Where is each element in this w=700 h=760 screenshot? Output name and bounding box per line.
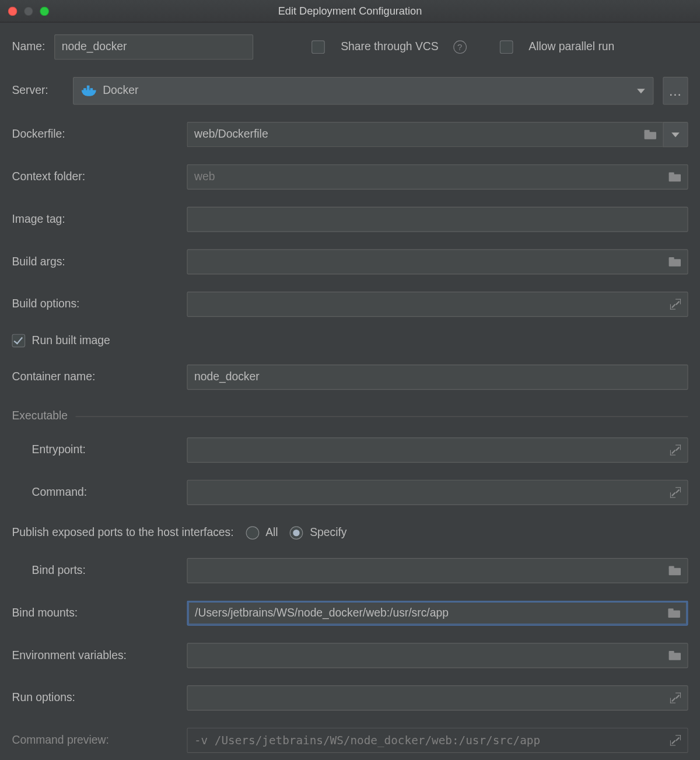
allow-parallel-checkbox[interactable] bbox=[499, 40, 513, 54]
name-input[interactable] bbox=[62, 40, 246, 54]
container-name-input[interactable] bbox=[194, 370, 681, 384]
section-divider bbox=[76, 416, 688, 416]
image-tag-field[interactable] bbox=[187, 207, 688, 232]
build-args-input[interactable] bbox=[194, 255, 681, 269]
bind-mounts-value: /Users/jetbrains/WS/node_docker/web:/usr… bbox=[195, 607, 449, 620]
dockerfile-value: web/Dockerfile bbox=[194, 128, 268, 141]
window-close-button[interactable] bbox=[8, 6, 18, 16]
env-vars-input[interactable] bbox=[194, 649, 681, 663]
folder-icon[interactable] bbox=[669, 257, 681, 267]
dockerfile-field[interactable]: web/Dockerfile bbox=[187, 122, 663, 147]
run-options-field[interactable] bbox=[187, 685, 688, 710]
build-args-label: Build args: bbox=[12, 255, 187, 269]
publish-all-label: All bbox=[265, 526, 278, 540]
context-folder-field[interactable]: web bbox=[187, 164, 688, 190]
env-vars-label: Environment variables: bbox=[12, 649, 187, 663]
command-label: Command: bbox=[12, 486, 187, 499]
publish-specify-radio[interactable] bbox=[290, 526, 303, 540]
dockerfile-history-dropdown[interactable] bbox=[663, 122, 688, 147]
docker-icon bbox=[82, 86, 96, 96]
folder-icon[interactable] bbox=[668, 608, 680, 618]
folder-icon[interactable] bbox=[669, 651, 681, 660]
publish-specify-label: Specify bbox=[310, 526, 346, 540]
publish-ports-label: Publish exposed ports to the host interf… bbox=[12, 526, 233, 540]
name-field[interactable] bbox=[54, 34, 253, 59]
folder-icon[interactable] bbox=[669, 172, 681, 181]
command-field[interactable] bbox=[187, 480, 688, 505]
bind-mounts-label: Bind mounts: bbox=[12, 607, 187, 620]
share-vcs-help-icon[interactable]: ? bbox=[453, 40, 467, 54]
command-preview-value: -v /Users/jetbrains/WS/node_docker/web:/… bbox=[194, 734, 540, 747]
executable-section-title: Executable bbox=[12, 409, 68, 423]
server-more-button[interactable]: … bbox=[663, 77, 688, 105]
command-preview-label: Command preview: bbox=[12, 734, 187, 747]
publish-all-radio[interactable] bbox=[246, 526, 259, 540]
run-options-label: Run options: bbox=[12, 691, 187, 705]
build-options-input[interactable] bbox=[194, 297, 681, 311]
folder-icon[interactable] bbox=[669, 566, 681, 575]
image-tag-label: Image tag: bbox=[12, 213, 187, 226]
command-preview-field: -v /Users/jetbrains/WS/node_docker/web:/… bbox=[187, 728, 688, 753]
window-titlebar: Edit Deployment Configuration bbox=[0, 0, 700, 23]
container-name-label: Container name: bbox=[12, 370, 187, 384]
context-folder-placeholder: web bbox=[194, 170, 215, 184]
expand-icon[interactable] bbox=[670, 299, 681, 310]
chevron-down-icon bbox=[671, 132, 680, 137]
expand-icon[interactable] bbox=[670, 445, 681, 456]
allow-parallel-label: Allow parallel run bbox=[528, 40, 614, 54]
build-options-label: Build options: bbox=[12, 297, 187, 311]
share-vcs-checkbox[interactable] bbox=[312, 40, 325, 54]
bind-ports-label: Bind ports: bbox=[12, 564, 187, 577]
env-vars-field[interactable] bbox=[187, 643, 688, 668]
window-minimize-button[interactable] bbox=[24, 6, 33, 16]
container-name-field[interactable] bbox=[187, 365, 688, 390]
command-input[interactable] bbox=[194, 486, 681, 499]
run-options-input[interactable] bbox=[194, 691, 681, 705]
window-maximize-button[interactable] bbox=[40, 6, 49, 16]
server-value: Docker bbox=[103, 84, 138, 97]
entrypoint-field[interactable] bbox=[187, 437, 688, 463]
chevron-down-icon bbox=[637, 89, 645, 93]
image-tag-input[interactable] bbox=[194, 213, 681, 226]
window-title: Edit Deployment Configuration bbox=[0, 5, 700, 17]
expand-icon[interactable] bbox=[670, 735, 681, 745]
dockerfile-label: Dockerfile: bbox=[12, 128, 187, 141]
run-built-image-label: Run built image bbox=[32, 334, 110, 348]
server-label: Server: bbox=[12, 84, 64, 97]
server-dropdown[interactable]: Docker bbox=[73, 77, 653, 105]
share-vcs-label: Share through VCS bbox=[341, 40, 439, 54]
bind-ports-field[interactable] bbox=[187, 558, 688, 583]
run-built-image-checkbox[interactable] bbox=[12, 334, 25, 348]
folder-icon[interactable] bbox=[645, 130, 656, 139]
name-label: Name: bbox=[12, 40, 45, 54]
context-folder-label: Context folder: bbox=[12, 170, 187, 184]
expand-icon[interactable] bbox=[670, 487, 681, 498]
expand-icon[interactable] bbox=[670, 693, 681, 703]
bind-ports-input[interactable] bbox=[194, 564, 681, 577]
build-options-field[interactable] bbox=[187, 292, 688, 317]
build-args-field[interactable] bbox=[187, 249, 688, 274]
entrypoint-input[interactable] bbox=[194, 443, 681, 457]
entrypoint-label: Entrypoint: bbox=[12, 443, 187, 457]
bind-mounts-field[interactable]: /Users/jetbrains/WS/node_docker/web:/usr… bbox=[187, 601, 688, 626]
